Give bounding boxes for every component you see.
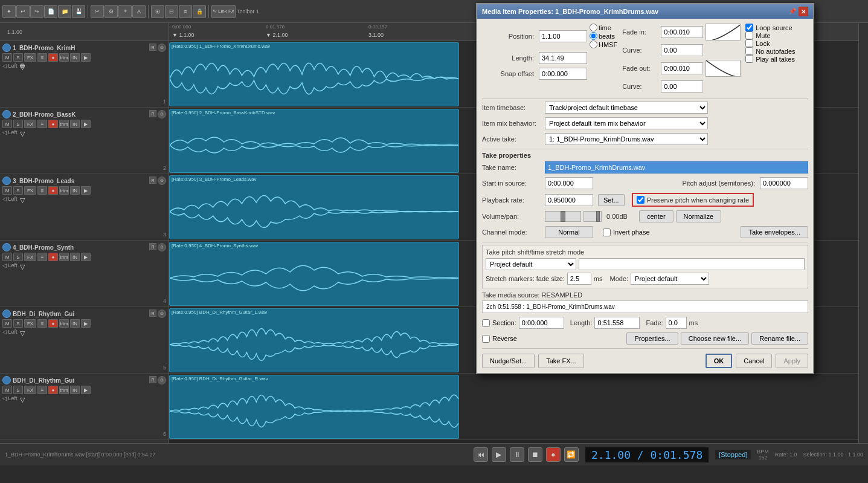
hmsf-radio[interactable]: [590, 41, 597, 48]
loop-source-text: Loop source: [756, 24, 792, 31]
snap-offset-label: Snap offset: [482, 70, 536, 77]
invert-phase-checkbox[interactable]: [603, 229, 611, 236]
choose-file-button[interactable]: Choose new file...: [681, 332, 749, 345]
pin-icon[interactable]: 📌: [788, 7, 797, 15]
pitch-stretch-label: Take pitch shift/time stretch mode: [486, 248, 805, 256]
close-button[interactable]: ✕: [799, 7, 808, 16]
mode-dropdown[interactable]: Project default: [631, 273, 709, 285]
section-checkbox[interactable]: [482, 319, 490, 327]
invert-phase-label[interactable]: Invert phase: [603, 229, 650, 236]
preserve-pitch-checkbox[interactable]: [637, 196, 645, 204]
snap-offset-input[interactable]: [539, 68, 587, 80]
play-all-takes-label[interactable]: Play all takes: [745, 55, 818, 63]
pitch-adjust-input[interactable]: [760, 177, 808, 189]
lock-text: Lock: [756, 40, 770, 47]
fade-in-input[interactable]: [661, 26, 703, 38]
position-row: Position: time beats: [482, 24, 617, 48]
ok-button[interactable]: OK: [706, 354, 733, 368]
loop-source-checkbox[interactable]: [745, 24, 753, 31]
reverse-label[interactable]: Reverse: [482, 335, 517, 343]
length-row: Length:: [482, 52, 617, 64]
properties-button[interactable]: Properties...: [626, 332, 678, 345]
item-mix-dropdown[interactable]: Project default item mix behavior: [545, 117, 708, 129]
modal-dialog: Media Item Properties: 1_BDH-Promo_Krimh…: [476, 3, 814, 374]
modal-title: Media Item Properties: 1_BDH-Promo_Krimh…: [482, 8, 788, 15]
reverse-checkbox[interactable]: [482, 335, 490, 343]
length-input[interactable]: [539, 52, 587, 64]
mute-checkbox[interactable]: [745, 31, 753, 39]
take-fx-button[interactable]: Take FX...: [538, 354, 584, 368]
fade-section: Fade in: Curve:: [622, 24, 741, 96]
divider-2: [482, 149, 808, 149]
right-action-buttons: OK Cancel Apply: [706, 354, 808, 368]
volume-pan-label: Volume/pan:: [482, 213, 542, 220]
nudge-set-button[interactable]: Nudge/Set...: [482, 354, 535, 368]
modal-titlebar[interactable]: Media Item Properties: 1_BDH-Promo_Krimh…: [477, 4, 813, 19]
start-in-source-label: Start in source:: [482, 180, 542, 187]
take-envelopes-button[interactable]: Take envelopes...: [741, 226, 808, 238]
stretch-fade-input[interactable]: [567, 273, 591, 285]
playback-rate-input[interactable]: [545, 194, 593, 206]
volume-db: 0.00dB: [606, 213, 637, 220]
loop-source-label[interactable]: Loop source: [745, 24, 818, 31]
section-start-input[interactable]: [519, 317, 564, 329]
preserve-pitch-label: Preserve pitch when changing rate: [647, 196, 749, 204]
ms-label-2: ms: [689, 319, 698, 326]
curve-out-input[interactable]: [661, 80, 703, 92]
snap-offset-row: Snap offset: [482, 68, 617, 80]
rename-file-button[interactable]: Rename file...: [751, 332, 808, 345]
beats-radio-label[interactable]: beats: [590, 32, 617, 40]
hmsf-radio-label[interactable]: HMSF: [590, 41, 617, 48]
fade-in-preview: [706, 24, 741, 41]
fade-out-row: Fade out:: [622, 60, 741, 77]
source-info-text: 2ch 0:51.558 : 1_BDH-Promo_KrimhDrums.wa…: [486, 303, 615, 310]
set-button[interactable]: Set...: [598, 194, 625, 206]
item-timebase-label: Item timebase:: [482, 104, 542, 111]
cancel-button[interactable]: Cancel: [736, 354, 772, 368]
length-sec-label: Length:: [570, 319, 593, 326]
active-take-dropdown[interactable]: 1: 1_BDH-Promo_KrimhDrums.wav: [545, 133, 708, 145]
time-radio[interactable]: [590, 24, 597, 31]
apply-button[interactable]: Apply: [776, 354, 808, 368]
section-row: Section: Length: Fade: ms: [482, 317, 808, 329]
time-radio-group: time beats HMSF: [590, 24, 617, 48]
divider-4: [482, 348, 808, 349]
pitch-stretch-section: Take pitch shift/time stretch mode Proje…: [482, 245, 808, 288]
length-sec-input[interactable]: [594, 317, 640, 329]
item-timebase-dropdown[interactable]: Track/project default timebase: [545, 102, 708, 114]
no-autofades-text: No autofades: [756, 48, 795, 55]
pan-thumb: [561, 211, 565, 222]
hmsf-radio-text: HMSF: [599, 41, 617, 48]
take-media-source-label: Take media source: RESAMPLED: [482, 291, 808, 299]
curve-in-input[interactable]: [661, 44, 703, 56]
curve-in-row: Curve:: [622, 44, 741, 56]
daw-container: ✦ ↩ ↪ 📄 📁 💾 ✂ ⚙ ⌖ A ⊞ ⊟ ≡ 🔒 ↖ Link FX To…: [0, 0, 868, 483]
beats-radio[interactable]: [590, 32, 597, 40]
start-in-source-input[interactable]: [545, 177, 593, 189]
fade-sec-input[interactable]: [666, 317, 687, 329]
invert-phase-text: Invert phase: [613, 229, 650, 236]
time-radio-text: time: [599, 24, 611, 31]
mute-label[interactable]: Mute: [745, 31, 818, 39]
lock-label[interactable]: Lock: [745, 39, 818, 47]
normalize-button[interactable]: Normalize: [676, 210, 722, 222]
no-autofades-label[interactable]: No autofades: [745, 47, 818, 55]
checkboxes-section: Loop source Mute Lock No autofades: [745, 24, 818, 96]
position-section: Position: time beats: [482, 24, 617, 96]
volume-pan-row: Volume/pan: 0.00dB center Normalize: [482, 210, 808, 222]
lock-checkbox[interactable]: [745, 39, 753, 47]
section-label[interactable]: Section:: [482, 319, 516, 327]
play-all-takes-checkbox[interactable]: [745, 55, 753, 63]
no-autofades-checkbox[interactable]: [745, 47, 753, 55]
channel-mode-button[interactable]: Normal: [545, 226, 593, 238]
center-button[interactable]: center: [639, 210, 674, 222]
fade-out-input[interactable]: [661, 62, 703, 74]
time-radio-label[interactable]: time: [590, 24, 617, 31]
volume-slider[interactable]: [583, 211, 602, 222]
take-name-input[interactable]: [545, 161, 808, 173]
pitch-stretch-dropdown[interactable]: Project default: [486, 258, 576, 270]
position-input[interactable]: [539, 30, 587, 42]
take-name-label: Take name:: [482, 164, 542, 171]
curve-out-label: Curve:: [622, 83, 658, 90]
pan-slider[interactable]: [545, 211, 581, 222]
